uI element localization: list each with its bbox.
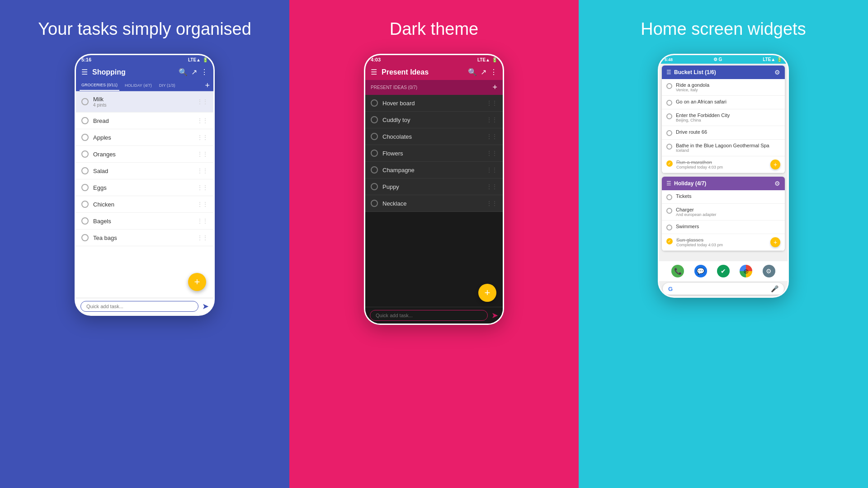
share-icon-mid[interactable]: ↗: [481, 68, 486, 76]
widget-list-item[interactable]: Drive route 66: [662, 126, 785, 140]
add-fab-bucket[interactable]: +: [770, 160, 780, 169]
list-item[interactable]: Bread ⋮⋮: [76, 113, 213, 129]
google-search-bar[interactable]: G 🎤: [663, 283, 784, 295]
item-text: Oranges: [93, 151, 193, 158]
item-check-done[interactable]: ✓: [666, 238, 673, 244]
widget-bucket-title: Bucket List (1/6): [674, 69, 772, 75]
tab-holiday[interactable]: HOLIDAY (4/7): [123, 80, 154, 90]
section-add[interactable]: +: [492, 83, 497, 92]
item-check[interactable]: [371, 99, 378, 107]
appbar-title-left: Shopping: [92, 68, 174, 76]
list-item[interactable]: Milk 4 pints ⋮⋮: [76, 91, 213, 113]
fab-add-left[interactable]: +: [188, 273, 206, 291]
dock-phone-icon[interactable]: 📞: [671, 265, 684, 277]
widget-list-item[interactable]: Bathe in the Blue Lagoon Geothermal Spa …: [662, 140, 785, 156]
item-check[interactable]: [371, 200, 378, 207]
menu-icon-left[interactable]: ☰: [81, 68, 88, 76]
search-icon-left[interactable]: 🔍: [179, 68, 188, 76]
list-item[interactable]: Salad ⋮⋮: [76, 163, 213, 179]
item-check[interactable]: [666, 130, 672, 136]
item-check[interactable]: [371, 183, 378, 190]
dock-tasks-icon[interactable]: ✔: [717, 265, 730, 277]
list-item[interactable]: Flowers ⋮⋮: [365, 145, 503, 162]
widget-list-item-done[interactable]: ✓ Run a marathon Completed today 4:03 pm…: [662, 156, 785, 173]
assistant-icon[interactable]: 🎤: [771, 285, 778, 292]
widget-list-item[interactable]: Go on an African safari: [662, 96, 785, 109]
share-icon-left[interactable]: ↗: [191, 68, 197, 76]
item-check[interactable]: [81, 167, 89, 174]
phone-right: 5:48 ⚙ G LTE▲ 🔋 ☰ Bucket List (1/6) ⚙: [658, 54, 789, 298]
list-item[interactable]: Oranges ⋮⋮: [76, 146, 213, 163]
item-check[interactable]: [666, 83, 672, 89]
panel-left: Your tasks simply organised 5:16 LTE▲ 🔋 …: [0, 0, 289, 488]
list-item[interactable]: Champagne ⋮⋮: [365, 162, 503, 178]
more-icon-left[interactable]: ⋮: [201, 68, 208, 76]
item-check[interactable]: [666, 208, 672, 214]
widget-list-item[interactable]: Swimmers: [662, 221, 785, 234]
item-text: Tea bags: [93, 235, 193, 241]
list-item[interactable]: Tea bags ⋮⋮: [76, 230, 213, 246]
item-check[interactable]: [371, 133, 378, 140]
widget-gear-icon[interactable]: ⚙: [774, 69, 780, 76]
item-check[interactable]: [666, 194, 672, 200]
list-item[interactable]: Hover board ⋮⋮: [365, 95, 503, 112]
widget-list-item-done[interactable]: ✓ Sun glasses Completed today 4:03 pm +: [662, 234, 785, 251]
drag-handle: ⋮⋮: [486, 150, 497, 156]
item-check[interactable]: [371, 166, 378, 174]
tab-groceries[interactable]: GROCERIES (0/11): [80, 80, 119, 91]
send-icon-left[interactable]: ➤: [202, 301, 209, 311]
item-check[interactable]: [666, 144, 672, 150]
item-check[interactable]: [666, 113, 672, 119]
item-check[interactable]: [371, 150, 378, 157]
item-check[interactable]: [371, 116, 378, 123]
dock-message-icon[interactable]: 💬: [694, 265, 707, 277]
item-check-done[interactable]: ✓: [666, 160, 673, 167]
item-check[interactable]: [666, 100, 672, 106]
phone-left: 5:16 LTE▲ 🔋 ☰ Shopping 🔍 ↗ ⋮ GROCERIES (…: [75, 54, 215, 316]
list-item[interactable]: Chocolates ⋮⋮: [365, 128, 503, 145]
more-icon-mid[interactable]: ⋮: [490, 68, 497, 76]
quick-add-input-mid[interactable]: [370, 310, 488, 321]
item-sub: 4 pints: [93, 103, 193, 108]
list-item[interactable]: Bagels ⋮⋮: [76, 213, 213, 230]
item-check[interactable]: [81, 134, 89, 141]
bucket-list-body: Ride a gondola Venice, Italy Go on an Af…: [662, 79, 785, 173]
item-check[interactable]: [666, 225, 672, 230]
item-check[interactable]: [81, 98, 89, 105]
search-icon-mid[interactable]: 🔍: [468, 68, 477, 76]
widget-list-item[interactable]: Enter the Forbidden City Beijing, China: [662, 109, 785, 126]
list-item[interactable]: Necklace ⋮⋮: [365, 195, 503, 212]
widget-holiday-title: Holiday (4/7): [674, 180, 772, 187]
send-icon-mid[interactable]: ➤: [491, 310, 498, 320]
list-item[interactable]: Chicken ⋮⋮: [76, 196, 213, 213]
widget-list-item[interactable]: Tickets: [662, 190, 785, 204]
tab-diy[interactable]: DIY (1/3): [157, 80, 177, 90]
time-left: 5:16: [81, 57, 91, 62]
fab-add-mid[interactable]: +: [478, 284, 496, 302]
item-text: Drive route 66: [676, 129, 780, 135]
item-text: Puppy: [382, 183, 482, 190]
right-heading: Home screen widgets: [641, 18, 806, 40]
list-item[interactable]: Puppy ⋮⋮: [365, 178, 503, 195]
add-fab-holiday[interactable]: +: [770, 237, 780, 247]
item-check[interactable]: [81, 184, 89, 191]
item-check[interactable]: [81, 201, 89, 208]
item-text: Champagne: [382, 167, 482, 174]
tab-add-btn[interactable]: +: [205, 81, 210, 90]
item-check[interactable]: [81, 117, 89, 124]
widget-list-item[interactable]: Charger And european adapter: [662, 204, 785, 221]
widget-list-item[interactable]: Ride a gondola Venice, Italy: [662, 79, 785, 96]
list-item[interactable]: Cuddly toy ⋮⋮: [365, 112, 503, 128]
item-check[interactable]: [81, 217, 89, 225]
item-check[interactable]: [81, 150, 89, 158]
menu-icon-mid[interactable]: ☰: [371, 68, 377, 76]
item-sub-done: Completed today 4:03 pm: [676, 165, 767, 169]
list-item[interactable]: Eggs ⋮⋮: [76, 179, 213, 196]
quick-add-input-left[interactable]: [80, 301, 198, 312]
list-item[interactable]: Apples ⋮⋮: [76, 129, 213, 146]
dock-settings-icon[interactable]: ⚙: [763, 265, 775, 277]
widget-gear-icon-holiday[interactable]: ⚙: [774, 180, 780, 187]
time-right: 5:48: [665, 57, 673, 62]
item-check[interactable]: [81, 234, 89, 241]
dock-chrome-icon[interactable]: ◎: [740, 265, 752, 277]
